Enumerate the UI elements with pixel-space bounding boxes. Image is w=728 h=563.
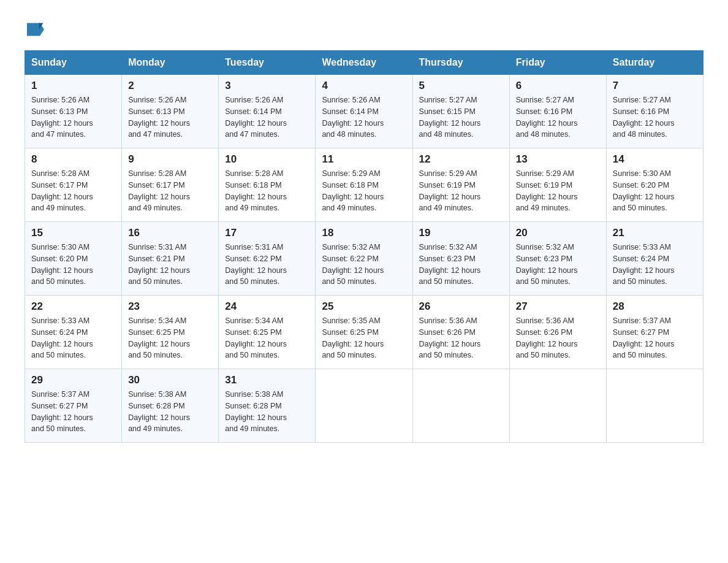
day-number: 18 [322,227,406,239]
day-info: Sunrise: 5:27 AM Sunset: 6:15 PM Dayligh… [419,94,503,140]
day-info: Sunrise: 5:32 AM Sunset: 6:22 PM Dayligh… [322,242,406,288]
column-header-wednesday: Wednesday [316,51,412,75]
day-number: 17 [225,227,309,239]
calendar-cell: 12 Sunrise: 5:29 AM Sunset: 6:19 PM Dayl… [412,148,509,222]
day-number: 10 [225,153,309,166]
day-info: Sunrise: 5:32 AM Sunset: 6:23 PM Dayligh… [516,242,600,288]
day-info: Sunrise: 5:29 AM Sunset: 6:19 PM Dayligh… [516,168,600,214]
day-info: Sunrise: 5:34 AM Sunset: 6:25 PM Dayligh… [225,315,309,361]
calendar-table: SundayMondayTuesdayWednesdayThursdayFrid… [25,50,703,443]
day-info: Sunrise: 5:26 AM Sunset: 6:14 PM Dayligh… [225,94,309,140]
calendar-cell: 21 Sunrise: 5:33 AM Sunset: 6:24 PM Dayl… [606,222,703,296]
day-number: 8 [31,153,115,166]
day-info: Sunrise: 5:37 AM Sunset: 6:27 PM Dayligh… [31,389,115,435]
day-number: 28 [613,301,697,313]
day-number: 14 [613,153,697,166]
day-info: Sunrise: 5:27 AM Sunset: 6:16 PM Dayligh… [516,94,600,140]
calendar-cell: 25 Sunrise: 5:35 AM Sunset: 6:25 PM Dayl… [316,296,412,369]
calendar-cell: 8 Sunrise: 5:28 AM Sunset: 6:17 PM Dayli… [25,148,122,222]
day-number: 16 [128,227,212,239]
calendar-cell [606,369,703,443]
day-info: Sunrise: 5:35 AM Sunset: 6:25 PM Dayligh… [322,315,406,361]
calendar-cell: 18 Sunrise: 5:32 AM Sunset: 6:22 PM Dayl… [316,222,412,296]
calendar-week-row: 15 Sunrise: 5:30 AM Sunset: 6:20 PM Dayl… [25,222,703,296]
day-number: 15 [31,227,115,239]
day-info: Sunrise: 5:31 AM Sunset: 6:21 PM Dayligh… [128,242,212,288]
calendar-cell: 15 Sunrise: 5:30 AM Sunset: 6:20 PM Dayl… [25,222,122,296]
day-number: 20 [516,227,600,239]
day-number: 9 [128,153,212,166]
day-info: Sunrise: 5:30 AM Sunset: 6:20 PM Dayligh… [31,242,115,288]
calendar-week-row: 8 Sunrise: 5:28 AM Sunset: 6:17 PM Dayli… [25,148,703,222]
day-info: Sunrise: 5:34 AM Sunset: 6:25 PM Dayligh… [128,315,212,361]
column-header-thursday: Thursday [412,51,509,75]
calendar-cell: 10 Sunrise: 5:28 AM Sunset: 6:18 PM Dayl… [219,148,316,222]
day-info: Sunrise: 5:37 AM Sunset: 6:27 PM Dayligh… [613,315,697,361]
calendar-cell: 11 Sunrise: 5:29 AM Sunset: 6:18 PM Dayl… [316,148,412,222]
calendar-cell: 17 Sunrise: 5:31 AM Sunset: 6:22 PM Dayl… [219,222,316,296]
day-info: Sunrise: 5:30 AM Sunset: 6:20 PM Dayligh… [613,168,697,214]
day-number: 29 [31,374,115,386]
calendar-cell: 30 Sunrise: 5:38 AM Sunset: 6:28 PM Dayl… [122,369,219,443]
day-info: Sunrise: 5:29 AM Sunset: 6:18 PM Dayligh… [322,168,406,214]
day-number: 30 [128,374,212,386]
logo-icon [27,21,44,38]
calendar-week-row: 1 Sunrise: 5:26 AM Sunset: 6:13 PM Dayli… [25,75,703,148]
day-number: 21 [613,227,697,239]
day-info: Sunrise: 5:28 AM Sunset: 6:17 PM Dayligh… [128,168,212,214]
day-info: Sunrise: 5:26 AM Sunset: 6:13 PM Dayligh… [31,94,115,140]
calendar-cell: 29 Sunrise: 5:37 AM Sunset: 6:27 PM Dayl… [25,369,122,443]
column-header-monday: Monday [122,51,219,75]
day-number: 27 [516,301,600,313]
column-header-tuesday: Tuesday [219,51,316,75]
day-number: 23 [128,301,212,313]
day-number: 7 [613,80,697,92]
day-number: 25 [322,301,406,313]
calendar-cell: 9 Sunrise: 5:28 AM Sunset: 6:17 PM Dayli… [122,148,219,222]
day-info: Sunrise: 5:38 AM Sunset: 6:28 PM Dayligh… [225,389,309,435]
calendar-week-row: 22 Sunrise: 5:33 AM Sunset: 6:24 PM Dayl… [25,296,703,369]
calendar-cell [412,369,509,443]
calendar-cell: 5 Sunrise: 5:27 AM Sunset: 6:15 PM Dayli… [412,75,509,148]
calendar-cell: 19 Sunrise: 5:32 AM Sunset: 6:23 PM Dayl… [412,222,509,296]
day-info: Sunrise: 5:26 AM Sunset: 6:13 PM Dayligh… [128,94,212,140]
calendar-cell: 27 Sunrise: 5:36 AM Sunset: 6:26 PM Dayl… [509,296,606,369]
day-number: 24 [225,301,309,313]
calendar-cell: 22 Sunrise: 5:33 AM Sunset: 6:24 PM Dayl… [25,296,122,369]
day-info: Sunrise: 5:32 AM Sunset: 6:23 PM Dayligh… [419,242,503,288]
calendar-cell: 23 Sunrise: 5:34 AM Sunset: 6:25 PM Dayl… [122,296,219,369]
calendar-cell: 31 Sunrise: 5:38 AM Sunset: 6:28 PM Dayl… [219,369,316,443]
day-number: 3 [225,80,309,92]
calendar-cell [316,369,412,443]
calendar-cell: 2 Sunrise: 5:26 AM Sunset: 6:13 PM Dayli… [122,75,219,148]
day-number: 19 [419,227,503,239]
calendar-cell: 6 Sunrise: 5:27 AM Sunset: 6:16 PM Dayli… [509,75,606,148]
day-info: Sunrise: 5:29 AM Sunset: 6:19 PM Dayligh… [419,168,503,214]
calendar-cell: 7 Sunrise: 5:27 AM Sunset: 6:16 PM Dayli… [606,75,703,148]
day-number: 1 [31,80,115,92]
day-number: 6 [516,80,600,92]
calendar-cell: 13 Sunrise: 5:29 AM Sunset: 6:19 PM Dayl… [509,148,606,222]
day-number: 31 [225,374,309,386]
page-header [25,18,703,38]
day-info: Sunrise: 5:33 AM Sunset: 6:24 PM Dayligh… [613,242,697,288]
day-info: Sunrise: 5:28 AM Sunset: 6:18 PM Dayligh… [225,168,309,214]
calendar-week-row: 29 Sunrise: 5:37 AM Sunset: 6:27 PM Dayl… [25,369,703,443]
calendar-cell [509,369,606,443]
calendar-cell: 26 Sunrise: 5:36 AM Sunset: 6:26 PM Dayl… [412,296,509,369]
calendar-cell: 3 Sunrise: 5:26 AM Sunset: 6:14 PM Dayli… [219,75,316,148]
day-info: Sunrise: 5:36 AM Sunset: 6:26 PM Dayligh… [419,315,503,361]
calendar-header-row: SundayMondayTuesdayWednesdayThursdayFrid… [25,51,703,75]
calendar-cell: 4 Sunrise: 5:26 AM Sunset: 6:14 PM Dayli… [316,75,412,148]
day-info: Sunrise: 5:27 AM Sunset: 6:16 PM Dayligh… [613,94,697,140]
day-number: 4 [322,80,406,92]
day-info: Sunrise: 5:26 AM Sunset: 6:14 PM Dayligh… [322,94,406,140]
column-header-saturday: Saturday [606,51,703,75]
day-number: 26 [419,301,503,313]
calendar-cell: 14 Sunrise: 5:30 AM Sunset: 6:20 PM Dayl… [606,148,703,222]
calendar-cell: 28 Sunrise: 5:37 AM Sunset: 6:27 PM Dayl… [606,296,703,369]
day-number: 11 [322,153,406,166]
calendar-cell: 1 Sunrise: 5:26 AM Sunset: 6:13 PM Dayli… [25,75,122,148]
day-info: Sunrise: 5:33 AM Sunset: 6:24 PM Dayligh… [31,315,115,361]
day-number: 5 [419,80,503,92]
